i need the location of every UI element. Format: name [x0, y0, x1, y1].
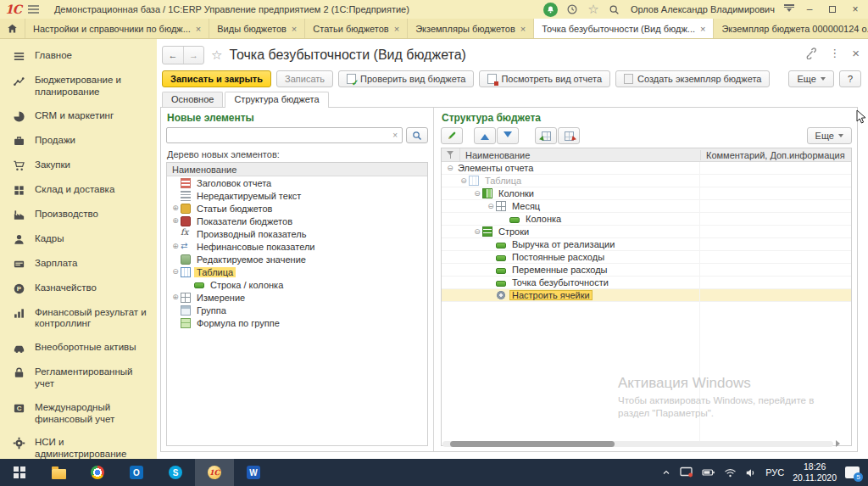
sidebar-item-budgeting[interactable]: Бюджетирование и планирование: [0, 69, 157, 104]
service-menu-icon[interactable]: [784, 4, 794, 14]
tree-item[interactable]: ⊕ Измерение: [167, 291, 427, 304]
tree-item[interactable]: Переменные расходы: [442, 264, 851, 277]
search-icon[interactable]: [608, 3, 621, 16]
sidebar-item-purchases[interactable]: Закупки: [0, 154, 157, 178]
outlook-button[interactable]: O: [117, 459, 156, 486]
expander-icon[interactable]: ⊕: [170, 215, 181, 227]
notifications-bell-icon[interactable]: [543, 3, 558, 17]
back-arrow-icon[interactable]: ←: [163, 47, 183, 64]
tab-main[interactable]: Основное: [162, 92, 223, 108]
tab-budget-structure[interactable]: Структура бюджета: [225, 92, 328, 108]
move-down-button[interactable]: [497, 127, 519, 144]
expander-icon[interactable]: ⊖: [472, 226, 482, 238]
expander-icon[interactable]: ⊕: [170, 202, 181, 215]
tree-item[interactable]: ⊕ Показатели бюджетов: [167, 215, 427, 227]
close-form-icon[interactable]: ×: [852, 46, 860, 60]
start-button[interactable]: [0, 459, 39, 486]
tab-budget-instances[interactable]: Экземпляры бюджетов×: [408, 19, 534, 38]
tab-budget-kinds[interactable]: Виды бюджетов×: [209, 19, 305, 38]
tree-item[interactable]: Формула по группе: [167, 316, 427, 329]
expander-icon[interactable]: ⊖: [170, 265, 181, 278]
move-up-button[interactable]: [474, 127, 496, 144]
sidebar-item-finresult[interactable]: Финансовый результат и контроллинг: [0, 301, 157, 337]
create-budget-instance-button[interactable]: Создать экземпляр бюджета: [615, 70, 770, 87]
view-report-form-button[interactable]: Посмотреть вид отчета: [479, 70, 610, 87]
expander-icon[interactable]: ⊖: [459, 175, 469, 187]
tree-item[interactable]: Выручка от реализации: [442, 238, 851, 251]
expander-icon[interactable]: ⊕: [170, 240, 181, 253]
tree-item[interactable]: Настроить ячейки: [442, 289, 851, 302]
close-icon[interactable]: ×: [700, 24, 705, 34]
sidebar-item-ifrs[interactable]: C Международный финансовый учет: [0, 396, 157, 432]
add-favorite-star-icon[interactable]: ☆: [211, 47, 222, 63]
file-explorer-button[interactable]: [39, 459, 78, 486]
battery-icon[interactable]: [702, 467, 715, 478]
tree-item[interactable]: Строка / колонка: [167, 278, 427, 291]
tree-item[interactable]: ⊖ Колонки: [442, 187, 851, 200]
scroll-right-arrow-icon[interactable]: [836, 440, 843, 447]
sidebar-item-sales[interactable]: Продажи: [0, 129, 157, 154]
volume-icon[interactable]: [745, 467, 757, 478]
tree-item[interactable]: Производный показатель: [167, 227, 427, 240]
close-icon[interactable]: ×: [520, 24, 526, 34]
minimize-button[interactable]: –: [802, 3, 817, 16]
tree-item[interactable]: ⊖ Строки: [442, 226, 851, 238]
sidebar-item-hr[interactable]: Кадры: [0, 227, 157, 252]
check-budget-kind-button[interactable]: Проверить вид бюджета: [338, 70, 474, 87]
clear-search-icon[interactable]: ×: [388, 131, 402, 140]
tab-budget-instance-124[interactable]: Экземпляр бюджета 000000124 о...×: [714, 19, 868, 38]
current-user[interactable]: Орлов Александр Владимирович: [631, 4, 775, 14]
1c-enterprise-button[interactable]: 1С: [195, 459, 234, 486]
history-icon[interactable]: [565, 3, 579, 16]
save-button[interactable]: Записать: [276, 70, 333, 87]
move-out-of-group-button[interactable]: [558, 127, 580, 144]
word-button[interactable]: W: [234, 459, 273, 486]
tab-home[interactable]: [0, 19, 25, 38]
tree-item[interactable]: Группа: [167, 304, 427, 316]
favorites-star-icon[interactable]: ☆: [587, 3, 600, 16]
screen-record-icon[interactable]: [680, 466, 693, 478]
save-and-close-button[interactable]: Записать и закрыть: [162, 70, 271, 87]
search-input[interactable]: [167, 129, 388, 142]
close-window-button[interactable]: ×: [848, 3, 863, 16]
tree-item[interactable]: ⊕ Нефинансовые показатели: [167, 240, 427, 253]
sidebar-item-production[interactable]: Производство: [0, 203, 157, 227]
sidebar-item-crm[interactable]: CRM и маркетинг: [0, 104, 157, 129]
tree-item[interactable]: ⊖ Таблица: [442, 175, 851, 187]
close-icon[interactable]: ×: [394, 24, 399, 34]
scrollbar-thumb[interactable]: [450, 441, 615, 447]
sidebar-item-warehouse[interactable]: Склад и доставка: [0, 178, 157, 203]
hidden-icons-chevron[interactable]: [661, 467, 671, 478]
restore-button[interactable]: [825, 3, 840, 16]
tab-budget-items[interactable]: Статьи бюджетов×: [305, 19, 408, 38]
tree-item[interactable]: Заголовок отчета: [167, 176, 427, 189]
tree-item[interactable]: ⊕ Статьи бюджетов: [167, 202, 427, 215]
edit-pencil-button[interactable]: [441, 127, 463, 144]
language-indicator[interactable]: РУС: [765, 467, 784, 478]
tree-item[interactable]: Редактируемое значение: [167, 253, 427, 265]
search-button[interactable]: [406, 127, 428, 143]
tab-breakeven-point[interactable]: Точка безубыточности (Вид бюдж...×: [534, 19, 714, 38]
sidebar-item-nsi-administration[interactable]: НСИ и администрирование: [0, 431, 157, 459]
close-icon[interactable]: ×: [196, 24, 201, 34]
chrome-button[interactable]: [78, 459, 117, 486]
expander-icon[interactable]: ⊖: [486, 200, 496, 213]
horizontal-scrollbar[interactable]: [442, 441, 833, 447]
get-link-icon[interactable]: [804, 47, 817, 59]
move-into-group-button[interactable]: [535, 127, 557, 144]
skype-button[interactable]: S: [156, 459, 195, 486]
tree-item[interactable]: ⊖ Таблица: [167, 265, 427, 278]
tree-item[interactable]: Нередактируемый текст: [167, 189, 427, 202]
tree-item[interactable]: Постоянные расходы: [442, 251, 851, 264]
expander-icon[interactable]: ⊕: [170, 291, 181, 304]
tab-budget-settings[interactable]: Настройки и справочники по бюдж...×: [25, 19, 209, 38]
expander-icon[interactable]: ⊖: [445, 162, 455, 175]
sidebar-item-treasury[interactable]: P Казначейство: [0, 277, 157, 301]
sidebar-item-regulated-accounting[interactable]: Регламентированный учет: [0, 360, 157, 396]
filter-cell[interactable]: [442, 148, 460, 161]
expander-icon[interactable]: ⊖: [472, 187, 482, 200]
tree-item[interactable]: Точка безубыточности: [442, 277, 851, 289]
help-button[interactable]: ?: [839, 70, 861, 87]
wifi-icon[interactable]: [724, 467, 737, 478]
tree-item[interactable]: ⊖ Месяц: [442, 200, 851, 213]
